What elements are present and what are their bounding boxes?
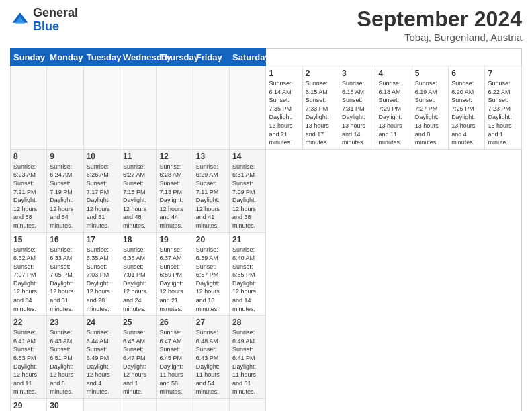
day-info: Sunrise: 6:35 AMSunset: 7:03 PMDaylight:… <box>87 246 117 314</box>
day-number: 24 <box>87 318 117 327</box>
day-info: Sunrise: 6:32 AMSunset: 7:07 PMDaylight:… <box>13 246 44 314</box>
day-number: 13 <box>196 152 226 161</box>
calendar-week-0: 1Sunrise: 6:14 AMSunset: 7:35 PMDaylight… <box>11 66 522 150</box>
calendar-cell: 3Sunrise: 6:16 AMSunset: 7:31 PMDaylight… <box>339 66 375 150</box>
day-info: Sunrise: 6:16 AMSunset: 7:31 PMDaylight:… <box>342 79 372 147</box>
calendar-cell <box>230 66 266 150</box>
calendar-cell <box>120 399 157 412</box>
day-number: 29 <box>13 401 44 410</box>
day-info: Sunrise: 6:19 AMSunset: 7:27 PMDaylight:… <box>415 79 445 147</box>
day-number: 17 <box>87 235 117 244</box>
day-number: 22 <box>13 318 44 327</box>
logo-blue-text: Blue <box>33 19 59 33</box>
calendar-cell: 10Sunrise: 6:26 AMSunset: 7:17 PMDayligh… <box>83 149 120 232</box>
calendar-cell: 15Sunrise: 6:32 AMSunset: 7:07 PMDayligh… <box>11 232 47 316</box>
day-number: 8 <box>13 152 44 161</box>
day-info: Sunrise: 6:26 AMSunset: 7:17 PMDaylight:… <box>87 163 117 230</box>
day-number: 10 <box>87 152 117 161</box>
logo: General Blue <box>10 7 78 34</box>
day-number: 9 <box>50 152 80 161</box>
day-number: 30 <box>50 401 80 410</box>
column-header-saturday: Saturday <box>230 49 266 66</box>
calendar-cell: 22Sunrise: 6:41 AMSunset: 6:53 PMDayligh… <box>11 316 47 399</box>
calendar-cell: 16Sunrise: 6:33 AMSunset: 7:05 PMDayligh… <box>47 232 83 316</box>
day-info: Sunrise: 6:28 AMSunset: 7:13 PMDaylight:… <box>159 163 189 230</box>
day-info: Sunrise: 6:27 AMSunset: 7:15 PMDaylight:… <box>123 163 153 230</box>
day-number: 23 <box>50 318 80 327</box>
calendar-cell <box>193 399 229 412</box>
calendar-cell: 12Sunrise: 6:28 AMSunset: 7:13 PMDayligh… <box>157 149 193 232</box>
day-number: 2 <box>306 68 336 78</box>
calendar-cell: 1Sunrise: 6:14 AMSunset: 7:35 PMDaylight… <box>266 66 302 150</box>
day-info: Sunrise: 6:23 AMSunset: 7:21 PMDaylight:… <box>13 163 44 230</box>
month-title: September 2024 <box>357 7 522 32</box>
calendar-cell <box>230 399 266 412</box>
day-number: 27 <box>196 318 226 327</box>
calendar-cell: 2Sunrise: 6:15 AMSunset: 7:33 PMDaylight… <box>302 66 339 150</box>
day-number: 6 <box>451 68 482 78</box>
day-info: Sunrise: 6:29 AMSunset: 7:11 PMDaylight:… <box>196 163 226 230</box>
calendar-cell <box>83 66 120 150</box>
logo-icon <box>10 10 30 30</box>
calendar-cell: 21Sunrise: 6:40 AMSunset: 6:55 PMDayligh… <box>230 232 266 316</box>
day-number: 20 <box>196 235 226 244</box>
day-info: Sunrise: 6:18 AMSunset: 7:29 PMDaylight:… <box>378 79 408 147</box>
calendar-cell <box>11 66 47 150</box>
day-number: 12 <box>159 152 189 161</box>
column-header-friday: Friday <box>193 49 229 66</box>
day-info: Sunrise: 6:41 AMSunset: 6:53 PMDaylight:… <box>13 328 44 396</box>
day-info: Sunrise: 6:45 AMSunset: 6:47 PMDaylight:… <box>123 328 153 396</box>
day-info: Sunrise: 6:14 AMSunset: 7:35 PMDaylight:… <box>269 79 299 147</box>
calendar-cell: 27Sunrise: 6:48 AMSunset: 6:43 PMDayligh… <box>193 316 229 399</box>
calendar-cell: 29Sunrise: 6:51 AMSunset: 6:39 PMDayligh… <box>11 399 47 412</box>
calendar-week-1: 8Sunrise: 6:23 AMSunset: 7:21 PMDaylight… <box>11 149 522 232</box>
calendar-cell: 9Sunrise: 6:24 AMSunset: 7:19 PMDaylight… <box>47 149 83 232</box>
day-number: 5 <box>415 68 445 78</box>
day-number: 16 <box>50 235 80 244</box>
day-number: 26 <box>159 318 189 327</box>
calendar-cell: 26Sunrise: 6:47 AMSunset: 6:45 PMDayligh… <box>157 316 193 399</box>
day-number: 18 <box>123 235 153 244</box>
calendar-cell: 17Sunrise: 6:35 AMSunset: 7:03 PMDayligh… <box>83 232 120 316</box>
day-number: 3 <box>342 68 372 78</box>
day-info: Sunrise: 6:31 AMSunset: 7:09 PMDaylight:… <box>232 163 263 230</box>
calendar-cell: 13Sunrise: 6:29 AMSunset: 7:11 PMDayligh… <box>193 149 229 232</box>
calendar-cell: 25Sunrise: 6:45 AMSunset: 6:47 PMDayligh… <box>120 316 157 399</box>
calendar-table: SundayMondayTuesdayWednesdayThursdayFrid… <box>10 48 522 411</box>
day-info: Sunrise: 6:20 AMSunset: 7:25 PMDaylight:… <box>451 79 482 147</box>
column-header-wednesday: Wednesday <box>120 49 157 66</box>
calendar-cell: 11Sunrise: 6:27 AMSunset: 7:15 PMDayligh… <box>120 149 157 232</box>
calendar-cell: 14Sunrise: 6:31 AMSunset: 7:09 PMDayligh… <box>230 149 266 232</box>
day-info: Sunrise: 6:33 AMSunset: 7:05 PMDaylight:… <box>50 246 80 314</box>
day-info: Sunrise: 6:37 AMSunset: 6:59 PMDaylight:… <box>159 246 189 314</box>
day-number: 14 <box>232 152 263 161</box>
calendar-cell <box>157 66 193 150</box>
location: Tobaj, Burgenland, Austria <box>357 32 522 43</box>
day-info: Sunrise: 6:24 AMSunset: 7:19 PMDaylight:… <box>50 163 80 230</box>
column-header-thursday: Thursday <box>157 49 193 66</box>
calendar-cell <box>47 66 83 150</box>
day-info: Sunrise: 6:43 AMSunset: 6:51 PMDaylight:… <box>50 328 80 396</box>
calendar-week-4: 29Sunrise: 6:51 AMSunset: 6:39 PMDayligh… <box>11 399 522 412</box>
column-header-sunday: Sunday <box>11 49 47 66</box>
calendar-cell <box>157 399 193 412</box>
day-info: Sunrise: 6:44 AMSunset: 6:49 PMDaylight:… <box>87 328 117 396</box>
calendar-cell: 20Sunrise: 6:39 AMSunset: 6:57 PMDayligh… <box>193 232 229 316</box>
page: General Blue September 2024 Tobaj, Burge… <box>0 0 532 411</box>
day-number: 1 <box>269 68 299 78</box>
calendar-cell: 19Sunrise: 6:37 AMSunset: 6:59 PMDayligh… <box>157 232 193 316</box>
day-number: 19 <box>159 235 189 244</box>
day-info: Sunrise: 6:47 AMSunset: 6:45 PMDaylight:… <box>159 328 189 396</box>
day-info: Sunrise: 6:36 AMSunset: 7:01 PMDaylight:… <box>123 246 153 314</box>
day-info: Sunrise: 6:49 AMSunset: 6:41 PMDaylight:… <box>232 328 263 396</box>
calendar-cell: 23Sunrise: 6:43 AMSunset: 6:51 PMDayligh… <box>47 316 83 399</box>
calendar-cell <box>193 66 229 150</box>
calendar-cell <box>83 399 120 412</box>
day-info: Sunrise: 6:15 AMSunset: 7:33 PMDaylight:… <box>306 79 336 147</box>
header: General Blue September 2024 Tobaj, Burge… <box>10 7 522 43</box>
calendar-cell: 28Sunrise: 6:49 AMSunset: 6:41 PMDayligh… <box>230 316 266 399</box>
calendar-cell: 7Sunrise: 6:22 AMSunset: 7:23 PMDaylight… <box>485 66 522 150</box>
calendar-cell: 30Sunrise: 6:52 AMSunset: 6:37 PMDayligh… <box>47 399 83 412</box>
calendar-week-3: 22Sunrise: 6:41 AMSunset: 6:53 PMDayligh… <box>11 316 522 399</box>
calendar-cell: 8Sunrise: 6:23 AMSunset: 7:21 PMDaylight… <box>11 149 47 232</box>
